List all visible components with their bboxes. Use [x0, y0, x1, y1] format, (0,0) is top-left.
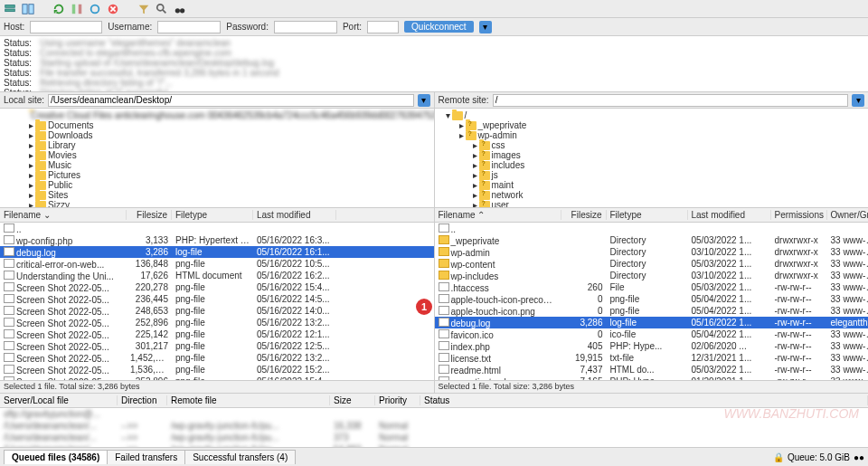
- server-icon[interactable]: [4, 3, 16, 15]
- file-icon: [4, 353, 14, 362]
- cancel-icon[interactable]: [107, 3, 119, 15]
- status-label: Status:: [4, 78, 34, 88]
- remote-file-list[interactable]: .._wpeprivateDirectory05/03/2022 1...drw…: [435, 223, 869, 380]
- file-row[interactable]: _wpeprivateDirectory05/03/2022 1...drwxr…: [435, 234, 869, 246]
- file-row[interactable]: Screen Shot 2022-05...1,452,095png-file0…: [0, 352, 434, 364]
- folder-icon: [466, 131, 476, 140]
- tree-item[interactable]: ▸ js: [437, 170, 867, 180]
- tab-queued-files[interactable]: Queued files (34586): [4, 450, 108, 464]
- file-row[interactable]: wp-includesDirectory03/10/2022 1...drwxr…: [435, 270, 869, 281]
- remote-file-header[interactable]: Filename ⌃ Filesize Filetype Last modifi…: [435, 208, 869, 223]
- file-row[interactable]: debug.log3,286log-file05/16/2022 1...-rw…: [435, 317, 869, 328]
- file-row[interactable]: wp-config.php3,133PHP: Hypertext P...05/…: [0, 234, 434, 246]
- file-row[interactable]: apple-touch-icon.png0png-file05/04/2022 …: [435, 305, 869, 317]
- file-icon: [439, 223, 449, 233]
- file-row[interactable]: Screen Shot 2022-05...248,653png-file05/…: [0, 305, 434, 317]
- tree-item[interactable]: ▸ network: [437, 190, 867, 200]
- file-icon: [439, 294, 449, 303]
- remote-path-dropdown[interactable]: ▾: [852, 94, 864, 107]
- file-row[interactable]: Understanding the Uni...17,626HTML docum…: [0, 270, 434, 281]
- local-file-header[interactable]: Filename ⌄ Filesize Filetype Last modifi…: [0, 208, 434, 223]
- file-row[interactable]: readme.html7,437HTML do...05/03/2022 1..…: [435, 364, 869, 376]
- tree-item[interactable]: ▸ Library: [2, 140, 432, 150]
- file-icon: [4, 329, 14, 338]
- tree-item[interactable]: ▸ user: [437, 200, 867, 208]
- file-row[interactable]: Screen Shot 2022-05...236,445png-file05/…: [0, 293, 434, 305]
- local-tree[interactable]: Creative Cloud Files anticlearinghouse.c…: [0, 109, 434, 208]
- tree-item[interactable]: ▸ Pictures: [2, 170, 432, 180]
- local-file-list[interactable]: ..wp-config.php3,133PHP: Hypertext P...0…: [0, 223, 434, 380]
- remote-tree[interactable]: ▾ /▸ _wpeprivate▸ wp-admin▸ css▸ images▸…: [435, 109, 869, 208]
- queue-row[interactable]: /Users/deanamclean/...-->>/wp-gravity-ju…: [0, 432, 868, 443]
- file-row[interactable]: critical-error-on-web...136,848png-file0…: [0, 258, 434, 270]
- file-icon: [439, 318, 449, 327]
- file-row[interactable]: wp-contentDirectory05/03/2022 1...drwxrw…: [435, 258, 869, 270]
- tree-item[interactable]: ▸ Movies: [2, 150, 432, 160]
- search-icon[interactable]: [156, 3, 168, 15]
- tree-item[interactable]: ▸ maint: [437, 180, 867, 190]
- file-row[interactable]: Screen Shot 2022-05...220,278png-file05/…: [0, 281, 434, 293]
- file-row[interactable]: Screen Shot 2022-05...225,142png-file05/…: [0, 328, 434, 340]
- file-row[interactable]: index.php405PHP: Hype...02/06/2020 ...-r…: [435, 340, 869, 352]
- tree-item[interactable]: ▸ Public: [2, 180, 432, 190]
- file-row[interactable]: favicon.ico0ico-file05/04/2022 1...-rw-r…: [435, 328, 869, 340]
- refresh-icon[interactable]: [52, 3, 65, 15]
- file-row[interactable]: ..: [435, 223, 869, 234]
- tree-item[interactable]: ▸ includes: [437, 160, 867, 170]
- tab-failed-transfers[interactable]: Failed transfers: [107, 450, 185, 464]
- file-icon: [4, 259, 14, 268]
- svg-rect-1: [5, 9, 15, 12]
- svg-rect-4: [72, 4, 76, 14]
- queue-row[interactable]: sftp://gravityjunction@...: [0, 408, 868, 420]
- transfer-queue[interactable]: sftp://gravityjunction@.../Users/deanamc…: [0, 408, 868, 448]
- file-row[interactable]: Screen Shot 2022-05...252,896png-file05/…: [0, 317, 434, 328]
- file-row[interactable]: license.txt19,915txt-file12/31/2021 1...…: [435, 352, 869, 364]
- tree-item[interactable]: ▸ css: [437, 140, 867, 150]
- file-row[interactable]: .htaccess260File05/03/2022 1...-rw-rw-r-…: [435, 281, 869, 293]
- queue-row[interactable]: /Users/deanamclean/...-->>/wp-gravity-ju…: [0, 420, 868, 432]
- tree-item[interactable]: ▸ Sites: [2, 190, 432, 200]
- file-row[interactable]: debug.log3,286log-file05/16/2022 16:1...: [0, 246, 434, 258]
- file-icon: [4, 247, 14, 256]
- username-label: Username:: [108, 22, 152, 32]
- local-path-dropdown[interactable]: ▾: [418, 94, 430, 107]
- username-input[interactable]: [157, 21, 221, 33]
- tree-item[interactable]: ▸ Sizzy: [2, 200, 432, 208]
- file-icon: [4, 318, 14, 327]
- file-row[interactable]: Screen Shot 2022-05...1,536,109png-file0…: [0, 364, 434, 376]
- tabs-icon[interactable]: [22, 3, 34, 15]
- remote-path-input[interactable]: [493, 94, 848, 107]
- tree-item[interactable]: ▸ _wpeprivate: [437, 120, 867, 130]
- password-input[interactable]: [274, 21, 337, 33]
- host-label: Host:: [4, 22, 24, 32]
- lock-icon: 🔒: [773, 452, 784, 462]
- quickconnect-dropdown[interactable]: ▾: [479, 21, 492, 33]
- tab-successful-transfers[interactable]: Successful transfers (4): [184, 450, 296, 464]
- status-log: Status:Using username "elegantthemes" de…: [0, 36, 868, 92]
- tree-item[interactable]: ▸ wp-admin: [437, 130, 867, 140]
- file-icon: [4, 282, 14, 291]
- status-label: Status:: [4, 58, 34, 68]
- tree-item[interactable]: ▸ Music: [2, 160, 432, 170]
- status-text: Retrieving directory listing of "/"...: [40, 78, 173, 88]
- tree-item[interactable]: ▸ images: [437, 150, 867, 160]
- tree-item[interactable]: ▸ Documents: [2, 120, 432, 130]
- file-row[interactable]: Screen Shot 2022-05...301,217png-file05/…: [0, 340, 434, 352]
- svg-point-8: [157, 4, 164, 10]
- queue-header[interactable]: Server/Local file Direction Remote file …: [0, 394, 868, 408]
- sync-icon[interactable]: [89, 3, 101, 15]
- remote-status: Selected 1 file. Total size: 3,286 bytes: [435, 380, 869, 393]
- folder-icon: [479, 201, 490, 209]
- file-icon: [439, 329, 449, 338]
- tree-item[interactable]: ▸ Downloads: [2, 130, 432, 140]
- local-path-input[interactable]: [48, 94, 413, 107]
- port-input[interactable]: [367, 21, 399, 33]
- quickconnect-button[interactable]: Quickconnect: [404, 21, 474, 33]
- host-input[interactable]: [30, 21, 102, 33]
- file-row[interactable]: wp-adminDirectory03/10/2022 1...drwxrwxr…: [435, 246, 869, 258]
- file-row[interactable]: apple-touch-icon-precomposed.png0png-fil…: [435, 293, 869, 305]
- filter-icon[interactable]: [137, 3, 150, 15]
- compare-icon[interactable]: [71, 3, 83, 15]
- binoculars-icon[interactable]: [174, 3, 186, 15]
- file-row[interactable]: ..: [0, 223, 434, 234]
